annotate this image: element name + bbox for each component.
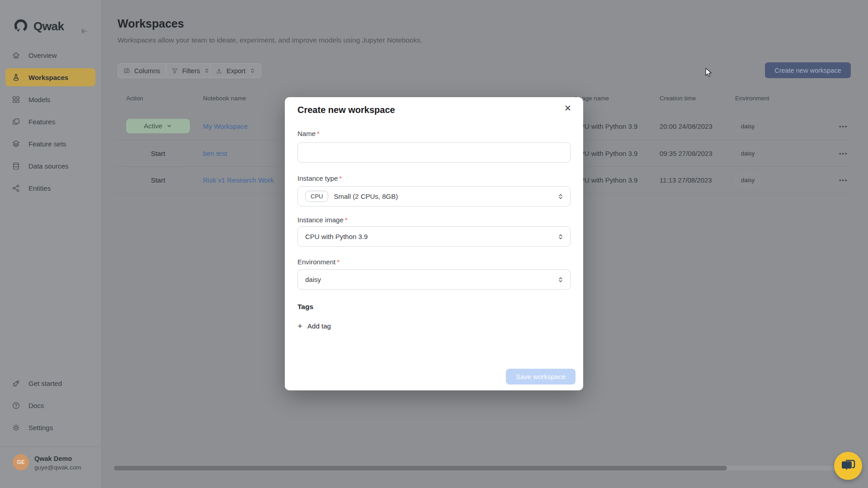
selector-icon (204, 68, 210, 74)
layers-icon (12, 140, 20, 148)
row-actions-menu-icon[interactable]: ••• (839, 177, 848, 183)
collapse-sidebar-icon[interactable] (80, 27, 89, 35)
sidebar-item-feature-sets[interactable]: Feature sets (5, 135, 95, 153)
notebook-link[interactable]: ben test (203, 150, 227, 157)
sidebar-item-features[interactable]: Features (5, 113, 95, 131)
required-marker: * (317, 130, 320, 137)
share-nodes-icon (12, 184, 20, 192)
instance-image-select[interactable]: CPU with Python 3.9 (297, 226, 571, 247)
copy-icon (12, 117, 20, 126)
selector-icon (557, 193, 564, 200)
cpu-badge: CPU (305, 191, 328, 202)
sidebar: Qwak Overview Workspaces M (0, 0, 101, 488)
horizontal-scrollbar-track[interactable] (114, 466, 850, 470)
user-account[interactable]: GE Qwak Demo guye@qwak.com (0, 446, 101, 473)
instance-type-label: Instance type* (297, 174, 342, 182)
sidebar-item-label: Feature sets (28, 140, 66, 148)
export-button-label: Export (226, 67, 245, 75)
qwak-logo-text: Qwak (33, 19, 64, 33)
notebook-link[interactable]: My Workspace (203, 122, 248, 130)
save-workspace-button[interactable]: Save workspace (506, 369, 576, 385)
plus-icon: + (297, 322, 302, 330)
modal-title: Create new workspace (297, 105, 395, 115)
horizontal-scrollbar-thumb[interactable] (114, 466, 727, 470)
selector-icon (557, 233, 564, 240)
instance-image-label: Instance image* (297, 216, 348, 224)
environment-badge: daisy (735, 174, 760, 186)
sidebar-item-label: Overview (28, 52, 57, 59)
filters-button[interactable]: Filters (165, 63, 216, 78)
sidebar-item-data-sources[interactable]: Data sources (5, 157, 95, 175)
gear-icon (12, 423, 20, 432)
start-label: Start (151, 150, 165, 157)
sidebar-footer-nav: Get started Docs Settings (5, 374, 95, 436)
environment-select[interactable]: daisy (297, 269, 571, 290)
environment-label: Environment* (297, 258, 340, 266)
row-actions-menu-icon[interactable]: ••• (839, 150, 848, 157)
export-button[interactable]: Export (210, 63, 261, 78)
column-header-notebook-name: Notebook name (203, 95, 246, 102)
sidebar-item-entities[interactable]: Entities (5, 179, 95, 197)
close-icon[interactable]: ✕ (564, 103, 571, 113)
tags-label: Tags (297, 303, 313, 311)
user-name: Qwak Demo (34, 454, 81, 463)
add-tag-button[interactable]: + Add tag (297, 322, 331, 330)
chevron-down-icon (166, 123, 172, 129)
sidebar-nav: Overview Workspaces Models Features (5, 46, 95, 197)
image-name-cell: CPU with Python 3.9 (575, 150, 637, 157)
chat-bubbles-icon (840, 459, 856, 473)
flask-icon (12, 73, 20, 82)
download-icon (216, 67, 222, 74)
required-marker: * (337, 258, 340, 266)
filters-button-label: Filters (182, 67, 200, 75)
image-name-cell: CPU with Python 3.9 (575, 176, 637, 184)
sidebar-item-docs[interactable]: Docs (5, 396, 95, 414)
required-marker: * (339, 174, 342, 182)
column-header-environment: Environment (735, 95, 769, 102)
workspace-status-button[interactable]: Active (126, 119, 190, 133)
environment-cell: daisy (735, 120, 760, 131)
qwak-logo[interactable]: Qwak (13, 18, 64, 34)
mouse-cursor (703, 67, 714, 78)
sidebar-item-label: Features (28, 118, 55, 126)
sidebar-item-label: Settings (28, 424, 53, 432)
user-email: guye@qwak.com (34, 463, 81, 472)
environment-cell: daisy (735, 148, 760, 159)
create-new-workspace-button[interactable]: Create new workspace (765, 62, 851, 78)
start-label: Start (151, 176, 165, 184)
chat-widget-button[interactable] (834, 452, 862, 480)
sidebar-item-label: Workspaces (28, 74, 68, 81)
start-workspace-button[interactable]: Start (126, 173, 190, 187)
selector-icon (250, 68, 255, 74)
columns-icon (123, 67, 130, 74)
image-name-cell: CPU with Python 3.9 (575, 122, 637, 130)
environment-badge: daisy (735, 120, 760, 131)
instance-image-value: CPU with Python 3.9 (305, 233, 368, 240)
column-header-action: Action (126, 95, 143, 102)
environment-badge: daisy (735, 148, 760, 159)
environment-value: daisy (305, 276, 321, 283)
instance-type-select[interactable]: CPU Small (2 CPUs, 8GB) (297, 186, 571, 206)
name-input[interactable] (297, 142, 571, 163)
notebook-link[interactable]: Risk v1 Research Work (203, 176, 274, 184)
column-header-creation-time: Creation time (660, 95, 696, 102)
create-workspace-modal: Create new workspace ✕ Name* Instance ty… (285, 97, 583, 390)
columns-button-label: Columns (134, 67, 160, 75)
environment-cell: daisy (735, 174, 760, 186)
sidebar-item-overview[interactable]: Overview (5, 46, 95, 64)
sidebar-item-settings[interactable]: Settings (5, 418, 95, 436)
sidebar-item-get-started[interactable]: Get started (5, 374, 95, 392)
database-icon (12, 162, 20, 170)
help-circle-icon (12, 401, 20, 410)
filter-funnel-icon (171, 67, 178, 74)
instance-type-value: Small (2 CPUs, 8GB) (334, 192, 398, 200)
avatar: GE (13, 454, 29, 470)
sidebar-item-label: Data sources (28, 162, 68, 170)
qwak-logo-icon (13, 18, 29, 34)
start-workspace-button[interactable]: Start (126, 146, 190, 160)
selector-icon (557, 276, 564, 283)
app-root: Qwak Overview Workspaces M (0, 0, 868, 488)
sidebar-item-workspaces[interactable]: Workspaces (5, 68, 95, 86)
row-actions-menu-icon[interactable]: ••• (839, 122, 848, 129)
status-label: Active (144, 122, 162, 130)
